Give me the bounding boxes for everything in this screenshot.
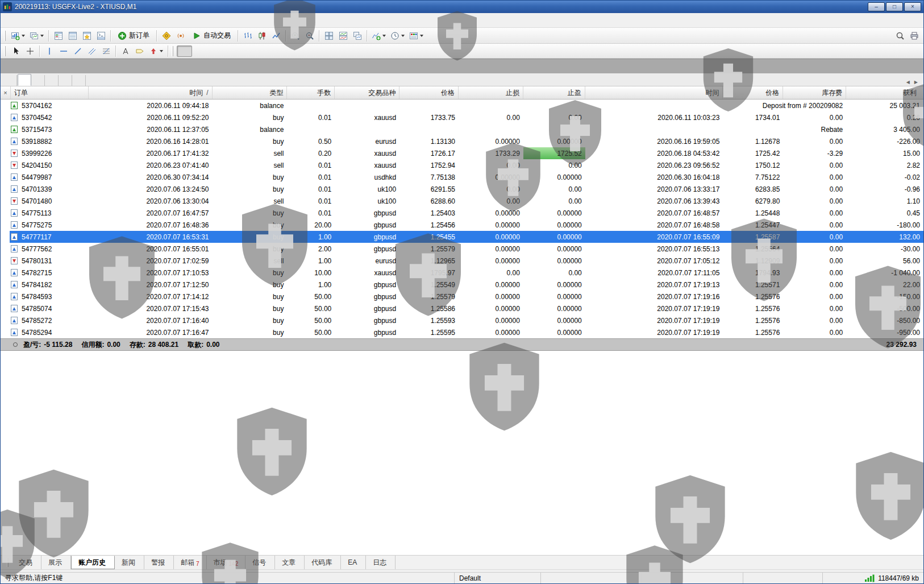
table-row[interactable]: 53715473 2020.06.11 12:37:05 balance Reb… <box>10 123 923 135</box>
templates-button[interactable] <box>407 30 425 42</box>
menu-item[interactable] <box>64 18 74 23</box>
channel-button[interactable] <box>85 45 98 57</box>
chart-tab[interactable] <box>45 75 59 86</box>
horizontal-line-button[interactable] <box>57 45 70 57</box>
arrows-tool-button[interactable] <box>147 45 165 57</box>
cascade-windows-button[interactable] <box>351 30 364 42</box>
table-row[interactable]: 54784593 2020.07.07 17:14:12 buy 50.00 g… <box>10 291 923 303</box>
minimize-button[interactable]: – <box>868 2 885 11</box>
timeframe-button[interactable] <box>292 45 307 57</box>
timeframe-button[interactable] <box>243 45 258 57</box>
table-row[interactable]: 54785294 2020.07.07 17:16:47 buy 50.00 g… <box>10 326 923 338</box>
terminal-tab[interactable]: 日志 <box>366 556 396 569</box>
table-row[interactable]: 54784182 2020.07.07 17:12:50 buy 1.00 gb… <box>10 279 923 291</box>
autotrading-button[interactable]: 自动交易 <box>188 30 235 42</box>
chart-tab[interactable] <box>4 75 17 86</box>
chart-bars-button[interactable] <box>241 30 254 42</box>
column-header-sl[interactable]: 止损 <box>459 86 523 99</box>
close-button[interactable]: × <box>904 2 921 11</box>
table-row[interactable]: 54701339 2020.07.06 13:24:50 buy 0.01 uk… <box>10 183 923 195</box>
table-row[interactable]: 53704542 2020.06.11 09:52:20 buy 0.01 xa… <box>10 111 923 123</box>
terminal-tab[interactable]: 文章 <box>275 556 305 569</box>
table-row[interactable]: 54777117 2020.07.07 16:53:31 buy 1.00 gb… <box>10 231 923 243</box>
timeframe-button[interactable] <box>193 45 209 57</box>
chart-tab[interactable] <box>18 74 31 86</box>
tab-scroll-right-icon[interactable]: ▶ <box>912 78 920 86</box>
trendline-button[interactable] <box>71 45 84 57</box>
timeframe-button[interactable] <box>226 45 242 57</box>
table-row[interactable]: 54785272 2020.07.07 17:16:40 buy 50.00 g… <box>10 314 923 326</box>
table-row[interactable]: 54780131 2020.07.07 17:02:59 sell 1.00 e… <box>10 255 923 267</box>
terminal-tab[interactable]: 账户历史 <box>71 556 115 569</box>
menu-item[interactable] <box>34 18 44 23</box>
column-header-symbol[interactable]: 交易品种 <box>335 86 399 99</box>
zoom-out-button[interactable] <box>303 30 316 42</box>
text-label-button[interactable] <box>133 45 146 57</box>
timeframe-button[interactable] <box>210 45 225 57</box>
terminal-button[interactable] <box>94 30 107 42</box>
table-row[interactable]: 53999226 2020.06.17 17:41:32 sell 0.20 x… <box>10 147 923 159</box>
arrange-windows-button[interactable] <box>336 30 349 42</box>
terminal-tab[interactable]: 邮箱7 <box>174 556 207 569</box>
new-order-button[interactable]: 新订单 <box>114 30 153 42</box>
terminal-tab[interactable]: 展示 <box>41 556 71 569</box>
table-row[interactable]: 54775113 2020.07.07 16:47:57 buy 0.01 gb… <box>10 207 923 219</box>
timeframe-button[interactable] <box>259 45 274 57</box>
table-row[interactable]: 54204150 2020.06.23 07:41:40 sell 0.01 x… <box>10 159 923 171</box>
terminal-tab[interactable]: 警报 <box>144 556 174 569</box>
menu-item[interactable] <box>54 18 64 23</box>
table-row[interactable]: 54782715 2020.07.07 17:10:53 buy 10.00 x… <box>10 267 923 279</box>
search-button[interactable] <box>893 30 906 42</box>
column-header-tp[interactable]: 止盈 <box>523 86 585 99</box>
column-header-swap[interactable]: 库存费 <box>783 86 846 99</box>
vertical-line-button[interactable] <box>43 45 56 57</box>
timeframe-button[interactable] <box>309 45 324 57</box>
chart-tab[interactable] <box>32 75 45 86</box>
table-row[interactable]: 54777562 2020.07.07 16:55:01 buy 2.00 gb… <box>10 243 923 255</box>
table-row[interactable]: 54701480 2020.07.06 13:30:04 sell 0.01 u… <box>10 195 923 207</box>
table-row[interactable]: 54479987 2020.06.30 07:34:14 buy 0.01 us… <box>10 171 923 183</box>
table-row[interactable]: 54785074 2020.07.07 17:15:43 buy 50.00 g… <box>10 303 923 314</box>
menu-item[interactable] <box>3 18 13 23</box>
column-header-close-price[interactable]: 价格 <box>723 86 783 99</box>
indicators-button[interactable] <box>370 30 388 42</box>
periods-button[interactable] <box>389 30 406 42</box>
crosshair-button[interactable] <box>23 45 36 57</box>
zoom-in-button[interactable] <box>289 30 302 42</box>
menu-item[interactable] <box>23 18 34 23</box>
column-header-lots[interactable]: 手数 <box>287 86 335 99</box>
table-row[interactable]: 54775275 2020.07.07 16:48:36 buy 20.00 g… <box>10 219 923 231</box>
column-header-order[interactable]: 订单 <box>11 86 89 99</box>
profiles-button[interactable] <box>28 30 45 42</box>
column-header-close-time[interactable]: 时间 <box>585 86 723 99</box>
metaeditor-button[interactable] <box>160 30 173 42</box>
table-row[interactable]: 53704162 2020.06.11 09:44:18 balance Dep… <box>10 100 923 111</box>
terminal-tab[interactable]: 交易 <box>12 556 41 569</box>
market-watch-button[interactable] <box>52 30 65 42</box>
status-profile[interactable]: Default <box>454 573 540 583</box>
timeframe-button[interactable] <box>177 45 192 57</box>
print-button[interactable] <box>908 30 921 42</box>
column-header-open-price[interactable]: 价格 <box>399 86 459 99</box>
cursor-button[interactable] <box>9 45 22 57</box>
data-window-button[interactable] <box>66 30 79 42</box>
tab-scroll-left-icon[interactable]: ◀ <box>904 78 912 86</box>
chart-tab[interactable] <box>73 75 86 86</box>
chart-tab[interactable] <box>59 75 72 86</box>
signals-button[interactable] <box>174 30 187 42</box>
menu-item[interactable] <box>13 18 23 23</box>
terminal-tab[interactable]: 代码库 <box>305 556 341 569</box>
terminal-tab[interactable]: 市场142 <box>207 556 246 569</box>
terminal-tab[interactable]: EA <box>341 556 366 569</box>
terminal-tab[interactable]: 信号 <box>245 556 275 569</box>
text-tool-button[interactable] <box>119 45 132 57</box>
menu-item[interactable] <box>44 18 54 23</box>
navigator-button[interactable] <box>80 30 93 42</box>
fibonacci-button[interactable] <box>99 45 113 57</box>
terminal-close-button[interactable]: × <box>1 86 11 99</box>
column-header-type[interactable]: 类型 <box>213 86 288 99</box>
timeframe-button[interactable] <box>276 45 291 57</box>
tile-windows-button[interactable] <box>322 30 335 42</box>
chart-line-button[interactable] <box>269 30 282 42</box>
maximize-button[interactable]: □ <box>886 2 903 11</box>
